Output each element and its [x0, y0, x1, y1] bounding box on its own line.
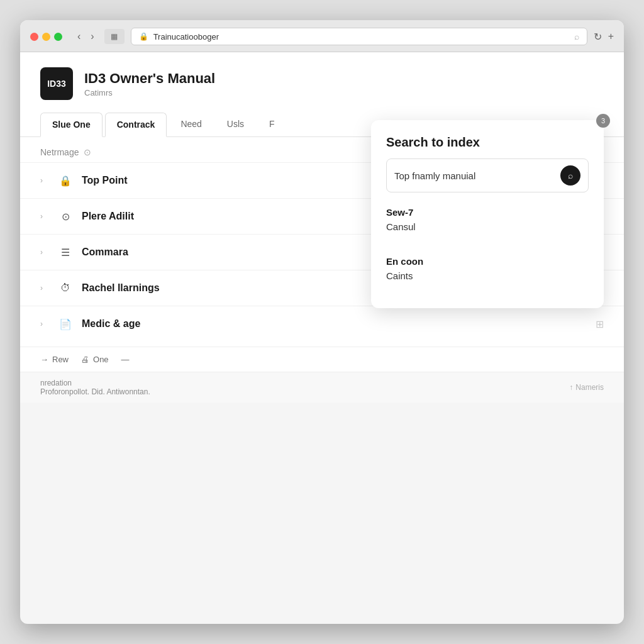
- print-icon: 🖨: [81, 355, 89, 364]
- list-icon: ☰: [57, 243, 74, 261]
- lock-icon: 🔒: [139, 32, 148, 41]
- tab-need[interactable]: Need: [169, 113, 213, 136]
- app-header: ID33 ID3 Owner's Manual Catimrs: [20, 52, 624, 113]
- person-icon: ⊙: [57, 208, 74, 225]
- result-group-2: En coon Caints: [386, 254, 589, 283]
- popup-badge: 3: [596, 114, 610, 128]
- result-secondary[interactable]: Caints: [386, 269, 589, 283]
- rew-button[interactable]: → Rew: [40, 355, 69, 364]
- clock-icon: ⊙: [84, 147, 91, 157]
- app-logo: ID33: [40, 67, 73, 100]
- search-popup: 3 Search to index ⌕ Sew-7 Cansul En coon…: [371, 120, 604, 308]
- list-item[interactable]: › 📄 Medic & age ⊞: [20, 306, 624, 341]
- one-button[interactable]: 🖨 One: [81, 355, 109, 364]
- app-content: ID33 ID3 Owner's Manual Catimrs Slue One…: [20, 52, 624, 402]
- minus-icon: —: [121, 355, 130, 364]
- arrow-right-icon: →: [40, 355, 48, 364]
- tab-icon: ▦: [104, 29, 125, 44]
- app-subtitle: Catimrs: [84, 88, 215, 97]
- footer-right: ↑ Nameris: [569, 383, 604, 392]
- item-label: Rachel llarnings: [82, 282, 339, 294]
- chevron-right-icon: ›: [40, 212, 48, 221]
- app-title-group: ID3 Owner's Manual Catimrs: [84, 70, 215, 97]
- clock-icon: ⏱: [57, 279, 74, 297]
- browser-chrome: ‹ › ▦ 🔒 Trainucatiooboger ⌕ ↻ +: [20, 20, 624, 52]
- app-title: ID3 Owner's Manual: [84, 70, 215, 87]
- search-icon: ⌕: [574, 31, 579, 42]
- search-input[interactable]: [394, 170, 554, 181]
- new-tab-button[interactable]: +: [608, 31, 614, 42]
- chevron-right-icon: ›: [40, 319, 48, 328]
- reload-button[interactable]: ↻: [594, 31, 602, 43]
- result-secondary[interactable]: Cansul: [386, 219, 589, 234]
- chevron-right-icon: ›: [40, 284, 48, 292]
- doc-icon: 📄: [57, 315, 74, 333]
- tab-contrack[interactable]: Contrack: [105, 113, 167, 137]
- section-title: Netrmage: [40, 147, 79, 157]
- nav-buttons: ‹ ›: [74, 30, 98, 43]
- chevron-right-icon: ›: [40, 176, 48, 185]
- footer-left: nredation Proforonpollot. Did. Antiwonnt…: [40, 379, 150, 396]
- tab-slue-one[interactable]: Slue One: [40, 113, 103, 137]
- tab-usls[interactable]: Usls: [216, 113, 255, 136]
- separator-button[interactable]: —: [121, 355, 130, 364]
- result-primary[interactable]: Sew-7: [386, 205, 589, 219]
- url-text: Trainucatiooboger: [153, 32, 219, 42]
- grid-icon: ⊞: [596, 318, 604, 330]
- close-button[interactable]: [30, 33, 38, 41]
- result-group-1: Sew-7 Cansul: [386, 205, 589, 234]
- footer-strip: nredation Proforonpollot. Did. Antiwonnt…: [20, 372, 624, 402]
- browser-window: ‹ › ▦ 🔒 Trainucatiooboger ⌕ ↻ + ID33 ID3…: [20, 20, 624, 624]
- search-input-row: ⌕: [386, 158, 589, 192]
- chevron-right-icon: ›: [40, 248, 48, 257]
- popup-title: Search to index: [386, 135, 589, 150]
- minimize-button[interactable]: [42, 33, 50, 41]
- search-button[interactable]: ⌕: [560, 165, 580, 186]
- lock-icon: 🔒: [57, 172, 74, 189]
- item-label: Medic & age: [82, 318, 339, 330]
- traffic-lights: [30, 33, 62, 41]
- back-button[interactable]: ‹: [74, 30, 84, 43]
- fullscreen-button[interactable]: [54, 33, 62, 41]
- tab-more[interactable]: F: [258, 113, 286, 136]
- bottom-toolbar: → Rew 🖨 One —: [20, 347, 624, 372]
- address-bar[interactable]: 🔒 Trainucatiooboger ⌕: [131, 28, 587, 45]
- upload-icon: ↑: [569, 383, 573, 392]
- result-primary[interactable]: En coon: [386, 254, 589, 269]
- forward-button[interactable]: ›: [87, 30, 97, 43]
